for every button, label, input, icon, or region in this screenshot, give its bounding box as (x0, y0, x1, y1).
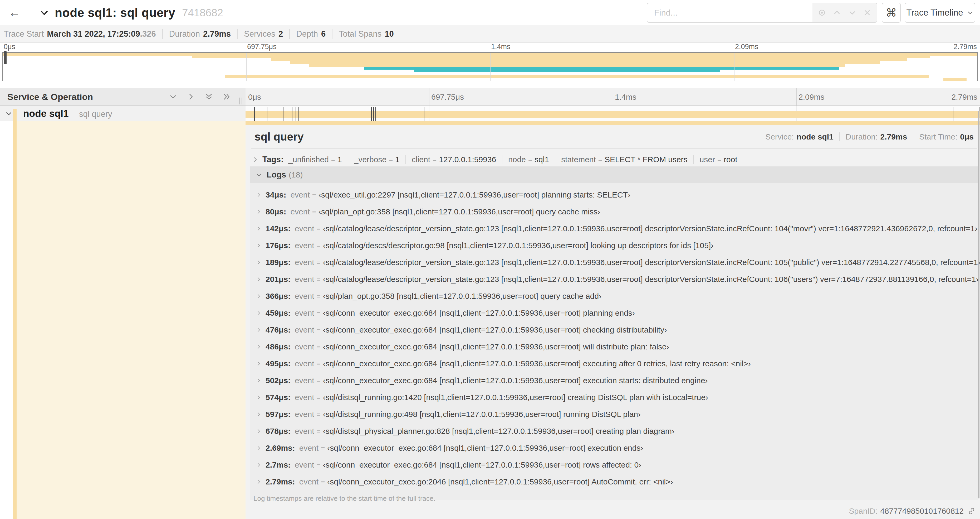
summary-item: Services 2 (237, 29, 283, 39)
chevron-right-icon (256, 411, 262, 417)
ruler-tick-label: 2.79ms (953, 43, 977, 51)
chevron-right-icon (256, 225, 262, 232)
tags-row[interactable]: Tags: _unfinished = 1 _verbose = 1 (251, 152, 977, 167)
expand-all-icon[interactable] (222, 92, 231, 101)
focus-target-icon[interactable] (816, 7, 828, 18)
chevron-right-icon (256, 343, 262, 350)
detail-meta-item: Start Time: 0μs (913, 133, 974, 141)
log-event-tick (378, 107, 378, 121)
detail-span-bar (245, 121, 980, 125)
arrow-left-icon: ← (9, 6, 20, 19)
log-entry-row[interactable]: 80μs: event = ‹sql/plan_opt.go:358 [nsql… (250, 203, 978, 220)
log-event-tick (424, 107, 425, 121)
log-event-tick (267, 107, 267, 121)
chevron-right-icon (256, 209, 262, 215)
log-entry-row[interactable]: 176μs: event = ‹sql/catalog/descs/descri… (250, 237, 978, 254)
ruler-gridline (429, 88, 430, 105)
next-match-icon[interactable] (846, 7, 858, 18)
trace-timeline-page: ← node sql1: sql query 7418682 (0, 0, 980, 519)
keyboard-shortcuts-button[interactable]: ⌘ (882, 3, 901, 23)
log-entry-row[interactable]: 678μs: event = ‹sql/distsql_physical_pla… (250, 423, 978, 440)
collapse-all-icon[interactable] (204, 92, 213, 101)
view-selector-button[interactable]: Trace Timeline (905, 3, 975, 23)
span-service-name: node sql1 (23, 108, 69, 119)
back-button[interactable]: ← (0, 0, 29, 25)
prev-match-icon[interactable] (831, 7, 843, 18)
log-entry-row[interactable]: 366μs: event = ‹sql/plan_opt.go:358 [nsq… (250, 288, 978, 305)
detail-row-left-column (0, 121, 245, 519)
expand-one-icon[interactable] (186, 92, 196, 101)
ruler-tick-label: 0μs (4, 43, 15, 51)
minimap-span-bar (192, 56, 930, 59)
chevron-right-icon (256, 428, 262, 434)
log-entry-row[interactable]: 502μs: event = ‹sql/conn_executor_exec.g… (250, 372, 978, 389)
log-event-tick (953, 107, 953, 121)
logs-count: (18) (289, 170, 303, 179)
log-entry-row[interactable]: 34μs: event = ‹sql/exec_util.go:2297 [ns… (250, 187, 978, 203)
log-event-tick (371, 107, 372, 121)
chevron-right-icon (256, 242, 262, 249)
log-entry-row[interactable]: 459μs: event = ‹sql/conn_executor_exec.g… (250, 305, 978, 321)
deep-link-icon[interactable] (967, 507, 976, 515)
summary-item: Duration 2.79ms (162, 29, 231, 39)
span-id-row: SpanID: 4877749850101760812 (849, 506, 976, 516)
logs-section: Logs (18) 34μs: event = ‹sql/exec_util.g… (250, 166, 978, 500)
log-event-tick (292, 107, 293, 121)
chevron-right-icon (256, 293, 262, 299)
log-event-tick (956, 107, 956, 121)
minimap-span-bar (309, 64, 845, 67)
minimap-scrubber-handle[interactable] (4, 51, 6, 64)
log-entry-row[interactable]: 201μs: event = ‹sql/catalog/lease/descri… (250, 271, 978, 288)
minimap-gridline (246, 53, 247, 81)
collapse-one-icon[interactable] (169, 92, 178, 101)
tag-item: client = 127.0.0.1:59936 (406, 155, 496, 164)
log-entry-row[interactable]: 2.7ms: event = ‹sql/conn_executor_exec.g… (250, 457, 978, 473)
minimap-span-bar (225, 75, 929, 78)
column-resizer-grip[interactable] (239, 97, 242, 104)
vertical-scrollbar[interactable] (978, 111, 980, 498)
log-entry-row[interactable]: 142μs: event = ‹sql/catalog/lease/descri… (250, 220, 978, 237)
logs-footnote: Log timestamps are relative to the start… (250, 490, 978, 503)
chevron-down-icon[interactable] (39, 7, 49, 18)
timeline-column-header: Service & Operation 0μs (0, 88, 980, 106)
clear-search-icon[interactable] (861, 7, 873, 18)
chevron-down-icon[interactable] (5, 110, 13, 118)
ruler-tick-label: 0μs (248, 93, 261, 102)
span-duration-bar[interactable] (245, 111, 980, 118)
log-entry-row[interactable]: 2.79ms: event = ‹sql/conn_executor_exec.… (250, 473, 978, 490)
log-event-tick (296, 107, 296, 121)
logs-header[interactable]: Logs (18) (250, 166, 978, 183)
log-entry-row[interactable]: 189μs: event = ‹sql/catalog/lease/descri… (250, 254, 978, 271)
ruler-tick-label: 1.4ms (491, 43, 511, 51)
log-entry-row[interactable]: 2.69ms: event = ‹sql/conn_executor_exec.… (250, 440, 978, 457)
minimap-span-bar (414, 70, 720, 72)
tag-item: _verbose = 1 (348, 155, 399, 164)
summary-item: Depth 6 (289, 29, 326, 39)
chevron-right-icon (256, 394, 262, 401)
minimap-span-bar (271, 58, 907, 61)
log-entry-row[interactable]: 597μs: event = ‹sql/distsql_running.go:4… (250, 406, 978, 423)
detail-operation-title: sql query (255, 131, 304, 143)
log-entry-row[interactable]: 486μs: event = ‹sql/conn_executor_exec.g… (250, 339, 978, 355)
ruler-tick-label: 1.4ms (615, 93, 636, 102)
log-entry-row[interactable]: 574μs: event = ‹sql/distsql_running.go:1… (250, 389, 978, 406)
find-box (647, 3, 877, 23)
summary-item: Trace Start March 31 2022, 17:25:09 .326 (4, 29, 156, 39)
tag-item: user = root (694, 155, 737, 164)
ruler-tick-label: 697.75μs (431, 93, 464, 102)
trace-minimap[interactable] (2, 52, 978, 81)
log-event-tick (397, 107, 397, 121)
ruler-tick-label: 697.75μs (247, 43, 277, 51)
chevron-right-icon (256, 310, 262, 316)
chevron-right-icon (256, 361, 262, 367)
find-input[interactable] (647, 3, 813, 22)
log-entry-row[interactable]: 476μs: event = ‹sql/conn_executor_exec.g… (250, 321, 978, 339)
span-name-cell[interactable]: node sql1 sql query (0, 106, 245, 121)
chevron-down-icon (256, 171, 262, 178)
tag-item: _unfinished = 1 (288, 155, 342, 164)
log-entry-row[interactable]: 495μs: event = ‹sql/conn_executor_exec.g… (250, 355, 978, 372)
tag-item: node = sql1 (502, 155, 549, 164)
detail-meta-item: Duration: 2.79ms (839, 133, 907, 141)
timeline-ruler: 0μs 697.75μs 1.4ms 2.09ms 2.79ms (245, 88, 980, 105)
log-event-tick (375, 107, 376, 121)
